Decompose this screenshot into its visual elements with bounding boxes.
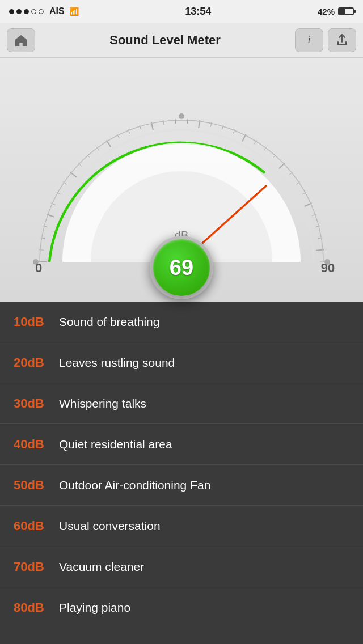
db-label-50: 50dB <box>14 478 59 493</box>
battery-percent: 42% <box>318 7 335 16</box>
battery-icon <box>338 7 354 15</box>
status-left: AIS 📶 <box>9 6 79 16</box>
sound-desc-50: Outdoor Air-conditioning Fan <box>59 478 210 492</box>
list-item: 70dB Vacuum cleaner <box>0 546 363 587</box>
toolbar-right: i <box>295 28 356 52</box>
db-label-10: 10dB <box>14 315 59 329</box>
list-item: 30dB Whispering talks <box>0 383 363 424</box>
home-button[interactable] <box>7 28 35 52</box>
arc-dot <box>179 113 184 119</box>
list-item: 50dB Outdoor Air-conditioning Fan <box>0 465 363 506</box>
sound-desc-70: Vacuum cleaner <box>59 560 144 574</box>
dot-3 <box>24 9 29 14</box>
min-label: 0 <box>35 261 42 275</box>
share-button[interactable] <box>328 28 356 52</box>
db-label-30: 30dB <box>14 396 59 411</box>
sound-desc-40: Quiet residential area <box>59 438 172 451</box>
list-item: 20dB Leaves rustling sound <box>0 342 363 383</box>
dot-2 <box>16 9 22 14</box>
list-item: 40dB Quiet residential area <box>0 424 363 465</box>
db-label-60: 60dB <box>14 519 59 533</box>
home-icon <box>14 34 28 46</box>
dot-5 <box>39 9 44 14</box>
carrier-label: AIS <box>49 6 65 16</box>
sound-desc-80: Playing piano <box>59 601 130 615</box>
list-item: 80dB Playing piano <box>0 587 363 628</box>
toolbar: Sound Level Meter i <box>0 23 363 58</box>
time-display: 13:54 <box>185 6 211 18</box>
db-label-20: 20dB <box>14 355 59 370</box>
max-label: 90 <box>321 261 335 275</box>
share-icon <box>336 34 348 46</box>
sound-desc-30: Whispering talks <box>59 397 146 410</box>
page-title: Sound Level Meter <box>35 33 295 48</box>
meter-section: // ticks at 0 to 90 degrees mapped to 18… <box>0 58 363 302</box>
status-bar: AIS 📶 13:54 42% <box>0 0 363 23</box>
dot-4 <box>31 9 36 14</box>
wifi-icon: 📶 <box>69 7 79 16</box>
sound-levels-list: 10dB Sound of breathing 20dB Leaves rust… <box>0 302 363 628</box>
sound-desc-10: Sound of breathing <box>59 315 159 329</box>
db-label-80: 80dB <box>14 600 59 615</box>
gauge-container: // ticks at 0 to 90 degrees mapped to 18… <box>17 92 346 285</box>
battery-fill <box>339 9 345 14</box>
sound-desc-20: Leaves rustling sound <box>59 356 175 370</box>
status-right: 42% <box>318 7 354 16</box>
list-item: 60dB Usual conversation <box>0 506 363 546</box>
value-display: 69 <box>153 239 210 296</box>
sound-desc-60: Usual conversation <box>59 519 161 533</box>
info-button[interactable]: i <box>295 28 323 52</box>
signal-dots <box>9 9 44 14</box>
list-item: 10dB Sound of breathing <box>0 302 363 342</box>
db-label-70: 70dB <box>14 560 59 574</box>
db-label-40: 40dB <box>14 437 59 452</box>
info-icon: i <box>307 34 310 46</box>
dot-1 <box>9 9 14 14</box>
